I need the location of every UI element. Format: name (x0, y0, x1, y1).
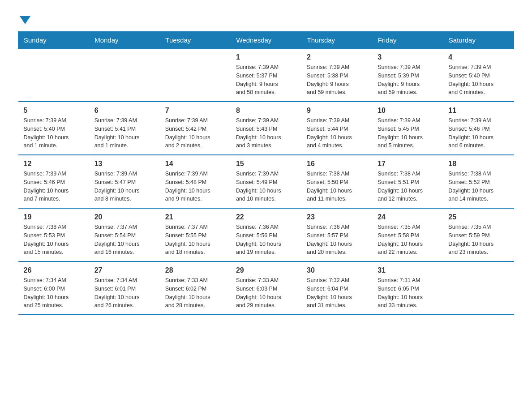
day-info: Sunrise: 7:39 AMSunset: 5:43 PMDaylight:… (236, 116, 296, 150)
calendar-cell (160, 49, 231, 102)
day-number: 3 (378, 53, 438, 61)
calendar-cell: 23Sunrise: 7:36 AMSunset: 5:57 PMDayligh… (301, 208, 372, 261)
calendar-cell: 19Sunrise: 7:38 AMSunset: 5:53 PMDayligh… (18, 208, 89, 261)
day-info: Sunrise: 7:39 AMSunset: 5:48 PMDaylight:… (165, 170, 225, 203)
calendar-cell: 13Sunrise: 7:39 AMSunset: 5:47 PMDayligh… (89, 155, 160, 208)
calendar-cell: 20Sunrise: 7:37 AMSunset: 5:54 PMDayligh… (89, 208, 160, 261)
calendar-cell (18, 49, 89, 102)
day-info: Sunrise: 7:35 AMSunset: 5:59 PMDaylight:… (448, 223, 508, 257)
day-number: 10 (378, 107, 438, 115)
calendar-cell (443, 261, 514, 315)
calendar-cell: 27Sunrise: 7:34 AMSunset: 6:01 PMDayligh… (89, 261, 160, 315)
calendar-cell: 4Sunrise: 7:39 AMSunset: 5:40 PMDaylight… (443, 49, 514, 102)
day-info: Sunrise: 7:39 AMSunset: 5:38 PMDaylight:… (307, 63, 367, 97)
calendar-table: SundayMondayTuesdayWednesdayThursdayFrid… (18, 31, 514, 315)
day-number: 17 (378, 160, 438, 168)
day-number: 31 (378, 266, 438, 274)
calendar-cell: 11Sunrise: 7:39 AMSunset: 5:46 PMDayligh… (443, 102, 514, 155)
day-info: Sunrise: 7:39 AMSunset: 5:46 PMDaylight:… (24, 170, 84, 203)
calendar-cell (89, 49, 160, 102)
calendar-cell: 31Sunrise: 7:31 AMSunset: 6:05 PMDayligh… (372, 261, 443, 315)
day-number: 8 (236, 107, 296, 115)
day-number: 16 (307, 160, 367, 168)
calendar-cell: 26Sunrise: 7:34 AMSunset: 6:00 PMDayligh… (18, 261, 89, 315)
header-wednesday: Wednesday (231, 32, 301, 49)
day-number: 9 (307, 107, 367, 115)
day-number: 11 (448, 107, 508, 115)
day-number: 14 (165, 160, 225, 168)
day-info: Sunrise: 7:39 AMSunset: 5:40 PMDaylight:… (448, 63, 508, 97)
day-info: Sunrise: 7:39 AMSunset: 5:47 PMDaylight:… (94, 170, 154, 203)
day-info: Sunrise: 7:39 AMSunset: 5:42 PMDaylight:… (165, 116, 225, 150)
header-friday: Friday (372, 32, 443, 49)
day-number: 7 (165, 107, 225, 115)
day-number: 28 (165, 266, 225, 274)
calendar-cell: 24Sunrise: 7:35 AMSunset: 5:58 PMDayligh… (372, 208, 443, 261)
day-info: Sunrise: 7:32 AMSunset: 6:04 PMDaylight:… (307, 276, 367, 310)
day-number: 25 (448, 213, 508, 221)
calendar-cell: 3Sunrise: 7:39 AMSunset: 5:39 PMDaylight… (372, 49, 443, 102)
day-number: 13 (94, 160, 154, 168)
logo (18, 13, 30, 22)
day-info: Sunrise: 7:36 AMSunset: 5:57 PMDaylight:… (307, 223, 367, 257)
page-header (18, 13, 514, 22)
calendar-cell: 9Sunrise: 7:39 AMSunset: 5:44 PMDaylight… (301, 102, 372, 155)
day-info: Sunrise: 7:38 AMSunset: 5:52 PMDaylight:… (448, 170, 508, 203)
day-info: Sunrise: 7:31 AMSunset: 6:05 PMDaylight:… (378, 276, 438, 310)
day-info: Sunrise: 7:36 AMSunset: 5:56 PMDaylight:… (236, 223, 296, 257)
day-info: Sunrise: 7:34 AMSunset: 6:01 PMDaylight:… (94, 276, 154, 310)
header-sunday: Sunday (18, 32, 89, 49)
calendar-header: SundayMondayTuesdayWednesdayThursdayFrid… (18, 32, 514, 49)
header-saturday: Saturday (443, 32, 514, 49)
calendar-cell: 7Sunrise: 7:39 AMSunset: 5:42 PMDaylight… (160, 102, 231, 155)
calendar-cell: 2Sunrise: 7:39 AMSunset: 5:38 PMDaylight… (301, 49, 372, 102)
day-info: Sunrise: 7:39 AMSunset: 5:37 PMDaylight:… (236, 63, 296, 97)
day-info: Sunrise: 7:33 AMSunset: 6:03 PMDaylight:… (236, 276, 296, 310)
calendar-cell: 28Sunrise: 7:33 AMSunset: 6:02 PMDayligh… (160, 261, 231, 315)
day-info: Sunrise: 7:33 AMSunset: 6:02 PMDaylight:… (165, 276, 225, 310)
day-number: 18 (448, 160, 508, 168)
calendar-cell: 15Sunrise: 7:39 AMSunset: 5:49 PMDayligh… (231, 155, 301, 208)
day-number: 30 (307, 266, 367, 274)
week-row-3: 12Sunrise: 7:39 AMSunset: 5:46 PMDayligh… (18, 155, 514, 208)
calendar-cell: 25Sunrise: 7:35 AMSunset: 5:59 PMDayligh… (443, 208, 514, 261)
day-number: 22 (236, 213, 296, 221)
days-of-week-row: SundayMondayTuesdayWednesdayThursdayFrid… (18, 32, 514, 49)
day-info: Sunrise: 7:38 AMSunset: 5:53 PMDaylight:… (24, 223, 84, 257)
day-number: 4 (448, 53, 508, 61)
day-number: 5 (24, 107, 84, 115)
header-tuesday: Tuesday (160, 32, 231, 49)
calendar-cell: 5Sunrise: 7:39 AMSunset: 5:40 PMDaylight… (18, 102, 89, 155)
day-info: Sunrise: 7:37 AMSunset: 5:55 PMDaylight:… (165, 223, 225, 257)
calendar-cell: 22Sunrise: 7:36 AMSunset: 5:56 PMDayligh… (231, 208, 301, 261)
header-monday: Monday (89, 32, 160, 49)
week-row-5: 26Sunrise: 7:34 AMSunset: 6:00 PMDayligh… (18, 261, 514, 315)
header-thursday: Thursday (301, 32, 372, 49)
day-number: 15 (236, 160, 296, 168)
day-number: 1 (236, 53, 296, 61)
day-number: 27 (94, 266, 154, 274)
day-info: Sunrise: 7:39 AMSunset: 5:46 PMDaylight:… (448, 116, 508, 150)
week-row-4: 19Sunrise: 7:38 AMSunset: 5:53 PMDayligh… (18, 208, 514, 261)
day-number: 20 (94, 213, 154, 221)
calendar-cell: 14Sunrise: 7:39 AMSunset: 5:48 PMDayligh… (160, 155, 231, 208)
calendar-cell: 1Sunrise: 7:39 AMSunset: 5:37 PMDaylight… (231, 49, 301, 102)
calendar-body: 1Sunrise: 7:39 AMSunset: 5:37 PMDaylight… (18, 49, 514, 315)
day-number: 21 (165, 213, 225, 221)
calendar-cell: 16Sunrise: 7:38 AMSunset: 5:50 PMDayligh… (301, 155, 372, 208)
calendar-cell: 30Sunrise: 7:32 AMSunset: 6:04 PMDayligh… (301, 261, 372, 315)
day-number: 23 (307, 213, 367, 221)
day-info: Sunrise: 7:39 AMSunset: 5:41 PMDaylight:… (94, 116, 154, 150)
calendar-cell: 29Sunrise: 7:33 AMSunset: 6:03 PMDayligh… (231, 261, 301, 315)
day-number: 24 (378, 213, 438, 221)
day-info: Sunrise: 7:38 AMSunset: 5:51 PMDaylight:… (378, 170, 438, 203)
week-row-2: 5Sunrise: 7:39 AMSunset: 5:40 PMDaylight… (18, 102, 514, 155)
day-info: Sunrise: 7:39 AMSunset: 5:39 PMDaylight:… (378, 63, 438, 97)
day-number: 26 (24, 266, 84, 274)
day-info: Sunrise: 7:38 AMSunset: 5:50 PMDaylight:… (307, 170, 367, 203)
day-info: Sunrise: 7:39 AMSunset: 5:45 PMDaylight:… (378, 116, 438, 150)
week-row-1: 1Sunrise: 7:39 AMSunset: 5:37 PMDaylight… (18, 49, 514, 102)
day-number: 12 (24, 160, 84, 168)
calendar-cell: 18Sunrise: 7:38 AMSunset: 5:52 PMDayligh… (443, 155, 514, 208)
day-number: 19 (24, 213, 84, 221)
